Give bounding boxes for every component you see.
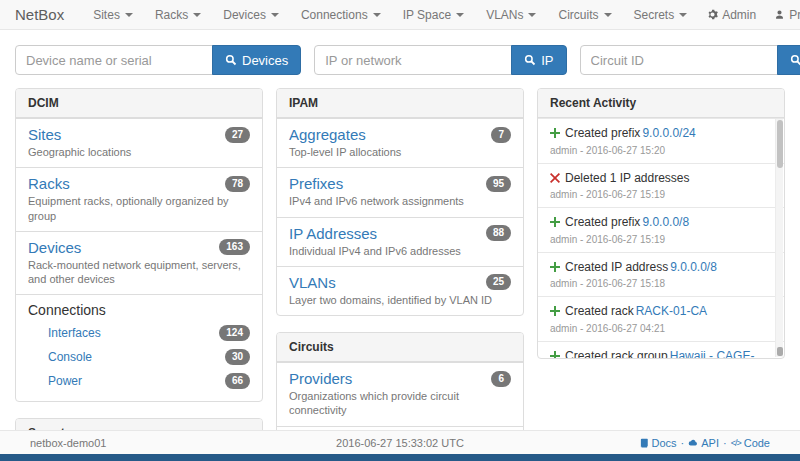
chevron-down-icon <box>679 13 687 17</box>
docs-link[interactable]: Docs <box>639 437 677 449</box>
activity-action: Created rack group <box>565 349 668 358</box>
footer: netbox-demo01 2016-06-27 15:33:02 UTC Do… <box>0 430 800 454</box>
list-item: VLANs 25 Layer two domains, identified b… <box>277 266 523 315</box>
ip-search-input[interactable] <box>314 45 512 75</box>
search-icon <box>790 54 800 66</box>
activity-row: Deleted 1 IP addresses admin - 2016-06-2… <box>538 163 784 208</box>
item-link[interactable]: Providers <box>289 370 352 387</box>
nav-menu-item[interactable]: VLANs <box>475 0 547 30</box>
api-link[interactable]: API <box>688 437 719 449</box>
item-link[interactable]: Racks <box>28 175 70 192</box>
circuit-search-group: Circuits <box>580 45 800 75</box>
activity-meta: admin - 2016-06-27 15:18 <box>550 278 764 289</box>
column-dcim: DCIM Sites 27 Geographic locations Racks <box>15 88 263 461</box>
connection-sub-item: Console 30 <box>28 345 250 369</box>
count-badge: 27 <box>225 127 250 143</box>
item-link[interactable]: Sites <box>28 126 61 143</box>
count-badge: 7 <box>491 127 511 143</box>
column-activity: Recent Activity Created prefix9.0.0.0/24 <box>537 88 785 375</box>
count-badge: 95 <box>486 176 511 192</box>
nav-menu-item[interactable]: Secrets <box>623 0 699 30</box>
activity-action: Deleted 1 IP addresses <box>565 171 690 185</box>
count-badge: 6 <box>491 371 511 387</box>
device-search-button[interactable]: Devices <box>212 45 301 75</box>
code-label: Code <box>744 437 770 449</box>
chevron-down-icon <box>604 13 612 17</box>
ipam-panel: IPAM Aggregates 7 Top-level IP allocatio… <box>276 88 524 316</box>
activity-icon <box>550 126 561 142</box>
activity-object-link[interactable]: RACK-01-CA <box>636 304 707 318</box>
list-item: Racks 78 Equipment racks, optionally org… <box>16 167 262 231</box>
nav-menu-item[interactable]: IP Space <box>392 0 475 30</box>
activity-scrollbar-end[interactable] <box>777 347 783 356</box>
recent-activity-panel: Recent Activity Created prefix9.0.0.0/24 <box>537 88 785 359</box>
activity-row: Created prefix9.0.0.0/24 admin - 2016-06… <box>538 118 784 163</box>
plus-icon <box>550 351 560 358</box>
nav-menu-label: Connections <box>301 8 368 22</box>
item-link[interactable]: Aggregates <box>289 126 366 143</box>
chevron-down-icon <box>193 13 201 17</box>
nav-menu-item[interactable]: Circuits <box>547 0 622 30</box>
footer-separator: · <box>681 437 685 449</box>
item-description: Layer two domains, identified by VLAN ID <box>289 293 511 307</box>
nav-menu-item[interactable]: Racks <box>144 0 212 30</box>
connection-link[interactable]: Interfaces <box>48 326 101 340</box>
netbox-brand[interactable]: NetBox <box>15 6 64 23</box>
search-icon <box>225 54 237 66</box>
count-badge: 124 <box>219 325 250 341</box>
bottom-accent-bar <box>0 454 800 461</box>
activity-object-link[interactable]: 9.0.0.0/24 <box>642 126 695 140</box>
circuit-search-button[interactable]: Circuits <box>777 45 800 75</box>
count-badge: 25 <box>486 274 511 290</box>
count-badge: 66 <box>225 373 250 389</box>
search-icon <box>524 54 536 66</box>
device-search-group: Devices <box>15 45 301 75</box>
connection-link[interactable]: Console <box>48 350 92 364</box>
admin-label: Admin <box>722 8 756 22</box>
circuits-panel-title: Circuits <box>277 333 523 362</box>
list-item: IP Addresses 88 Individual IPv4 and IPv6… <box>277 217 523 266</box>
recent-activity-body: Created prefix9.0.0.0/24 admin - 2016-06… <box>538 118 784 358</box>
chevron-down-icon <box>271 13 279 17</box>
activity-action: Created IP address <box>565 260 668 274</box>
nav-menu-item[interactable]: Sites <box>82 0 144 30</box>
item-description: Top-level IP allocations <box>289 145 511 159</box>
activity-row: Created prefix9.0.0.0/8 admin - 2016-06-… <box>538 207 784 252</box>
nav-menu-label: Sites <box>93 8 120 22</box>
list-item: Devices 163 Rack-mounted network equipme… <box>16 231 262 295</box>
user-icon <box>774 9 785 20</box>
count-badge: 30 <box>225 349 250 365</box>
dashboard-content: DCIM Sites 27 Geographic locations Racks <box>0 88 800 461</box>
connections-list: Interfaces 124 Console 30 Power 66 <box>28 321 250 393</box>
item-link[interactable]: Devices <box>28 239 81 256</box>
admin-link[interactable]: Admin <box>698 0 765 30</box>
connection-link[interactable]: Power <box>48 374 82 388</box>
plus-icon <box>550 217 560 227</box>
item-description: Geographic locations <box>28 145 250 159</box>
nav-menu-item[interactable]: Connections <box>290 0 392 30</box>
nav-menu-item[interactable]: Devices <box>212 0 290 30</box>
activity-row: Created rack groupHawaii - CAGE-DH1-01 a… <box>538 341 784 358</box>
nav-menu-label: IP Space <box>403 8 451 22</box>
count-badge: 88 <box>486 225 511 241</box>
circuit-search-input[interactable] <box>580 45 778 75</box>
device-search-input[interactable] <box>15 45 213 75</box>
ip-search-button[interactable]: IP <box>511 45 566 75</box>
profile-link[interactable]: Profile <box>765 0 800 30</box>
activity-icon <box>550 304 561 320</box>
item-link[interactable]: Prefixes <box>289 175 343 192</box>
activity-scrollbar-thumb[interactable] <box>777 120 783 168</box>
profile-label: Profile <box>789 8 800 22</box>
list-item: Sites 27 Geographic locations <box>16 118 262 167</box>
item-link[interactable]: VLANs <box>289 274 336 291</box>
code-link[interactable]: </> Code <box>731 437 770 449</box>
plus-icon <box>550 262 560 272</box>
activity-icon <box>550 260 561 276</box>
nav-right: Admin Profile Log out <box>698 0 800 30</box>
chevron-down-icon <box>456 13 464 17</box>
item-link[interactable]: IP Addresses <box>289 225 377 242</box>
activity-object-link[interactable]: 9.0.0.0/8 <box>670 260 717 274</box>
gear-icon <box>707 9 718 20</box>
activity-object-link[interactable]: 9.0.0.0/8 <box>642 215 689 229</box>
nav-menu-label: VLANs <box>486 8 523 22</box>
